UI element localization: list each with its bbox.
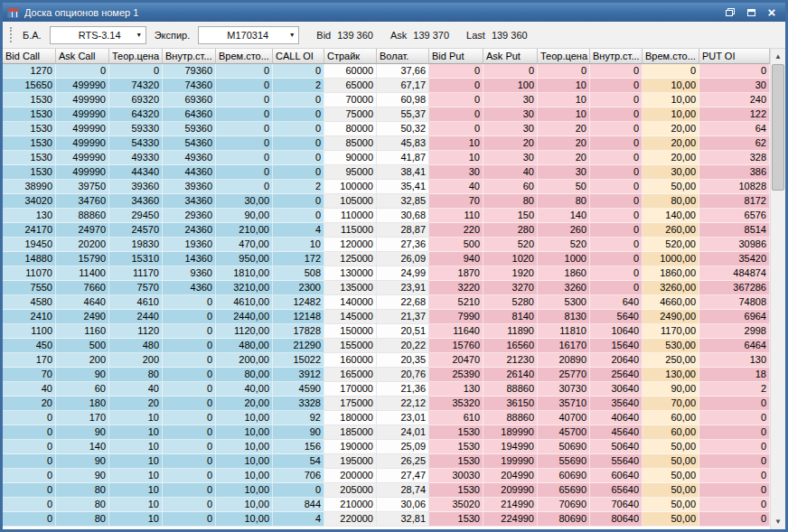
cell[interactable]: 484874 [699,266,770,281]
cell[interactable]: 1160 [56,324,109,339]
cell[interactable]: 15650 [3,79,56,93]
cell[interactable]: 35420 [699,252,770,266]
cell[interactable]: 5280 [483,295,538,310]
cell[interactable]: 0 [483,64,538,79]
cell[interactable]: 0 [163,368,216,382]
cell[interactable]: 170 [3,353,56,368]
cell[interactable]: 195000 [324,454,377,469]
cell[interactable]: 150 [483,209,538,223]
cell[interactable]: 80640 [590,512,643,527]
cell[interactable]: 20 [483,136,538,151]
cell[interactable]: 499990 [56,122,109,136]
cell[interactable]: 0 [163,339,216,353]
cell[interactable]: 80000 [324,122,377,136]
cell[interactable]: 0 [273,483,324,498]
cell[interactable]: 105000 [324,194,377,209]
cell[interactable]: 10 [109,440,163,454]
chevron-down-icon[interactable]: ▼ [133,32,145,38]
cell[interactable]: 130 [3,209,56,223]
cell[interactable]: 0 [273,122,324,136]
cell[interactable]: 0 [163,310,216,324]
cell[interactable]: 0 [699,483,770,498]
scrollbar-track[interactable] [771,64,785,514]
column-header-6[interactable]: Страйк [324,49,377,64]
cell[interactable]: 240 [699,93,770,107]
cell[interactable]: 20,00 [643,151,699,165]
cell[interactable]: 10 [538,107,590,122]
cell[interactable]: 3270 [483,281,538,295]
cell[interactable]: 54330 [109,136,163,151]
cell[interactable]: 50,00 [643,180,699,194]
cell[interactable]: 20,76 [377,368,429,382]
cell[interactable]: 140,00 [643,209,699,223]
cell[interactable]: 15760 [429,339,483,353]
cell[interactable]: 0 [273,136,324,151]
cell[interactable]: 20 [538,136,590,151]
cell[interactable]: 88860 [483,382,538,397]
cell[interactable]: 30 [483,107,538,122]
cell[interactable]: 70000 [324,93,377,107]
cell[interactable]: 3328 [273,397,324,411]
cell[interactable]: 4360 [163,281,216,295]
cell[interactable]: 0 [3,498,56,512]
cell[interactable]: 1530 [3,165,56,180]
cell[interactable]: 16170 [538,339,590,353]
cell[interactable]: 35,41 [377,180,429,194]
cell[interactable]: 180 [56,397,109,411]
cell[interactable]: 90 [273,425,324,440]
cell[interactable]: 220 [429,223,483,238]
cell[interactable]: 4580 [3,295,56,310]
cell[interactable]: 55640 [590,454,643,469]
cell[interactable]: 88860 [56,209,109,223]
cell[interactable]: 1530 [3,107,56,122]
cell[interactable]: 80690 [538,512,590,527]
cell[interactable]: 0 [429,64,483,79]
cell[interactable]: 40700 [538,411,590,425]
cell[interactable]: 150000 [324,324,377,339]
cell[interactable]: 60,00 [643,425,699,440]
cell[interactable]: 500 [429,238,483,252]
cell[interactable]: 60640 [590,469,643,483]
cell[interactable]: 135000 [324,281,377,295]
cell[interactable]: 8172 [699,194,770,209]
cell[interactable]: 10 [538,79,590,93]
cell[interactable]: 0 [429,107,483,122]
cell[interactable]: 45,83 [377,136,429,151]
cell[interactable]: 9360 [163,266,216,281]
cell[interactable]: 0 [590,266,643,281]
cell[interactable]: 80,00 [643,194,699,209]
cell[interactable]: 60,98 [377,93,429,107]
cell[interactable]: 25640 [590,368,643,382]
cell[interactable]: 140 [56,440,109,454]
scrollbar-thumb[interactable] [772,64,784,191]
cell[interactable]: 499990 [56,151,109,165]
cell[interactable]: 3220 [429,281,483,295]
cell[interactable]: 26,25 [377,454,429,469]
cell[interactable]: 44340 [109,165,163,180]
cell[interactable]: 0 [163,411,216,425]
cell[interactable]: 0 [3,454,56,469]
cell[interactable]: 2300 [273,281,324,295]
cell[interactable]: 14880 [3,252,56,266]
cell[interactable]: 29360 [163,209,216,223]
cell[interactable]: 90,00 [216,209,273,223]
column-header-3[interactable]: Внутр.ст... [163,49,216,64]
column-header-4[interactable]: Врем.сто... [216,49,273,64]
cell[interactable]: 0 [590,122,643,136]
cell[interactable]: 3210,00 [216,281,273,295]
cell[interactable]: 64 [699,122,770,136]
cell[interactable]: 40640 [590,411,643,425]
cell[interactable]: 90000 [324,151,377,165]
cell[interactable]: 520 [483,238,538,252]
cell[interactable]: 3260,00 [643,281,699,295]
cell[interactable]: 30,00 [216,194,273,209]
cell[interactable]: 80 [56,498,109,512]
cell[interactable]: 172 [273,252,324,266]
cell[interactable]: 386 [699,165,770,180]
expiry-combo[interactable]: M170314 ▼ [198,26,299,44]
cell[interactable]: 10 [109,498,163,512]
cell[interactable]: 24,99 [377,266,429,281]
cell[interactable]: 60 [483,180,538,194]
cell[interactable]: 20,00 [643,122,699,136]
cell[interactable]: 20890 [538,353,590,368]
